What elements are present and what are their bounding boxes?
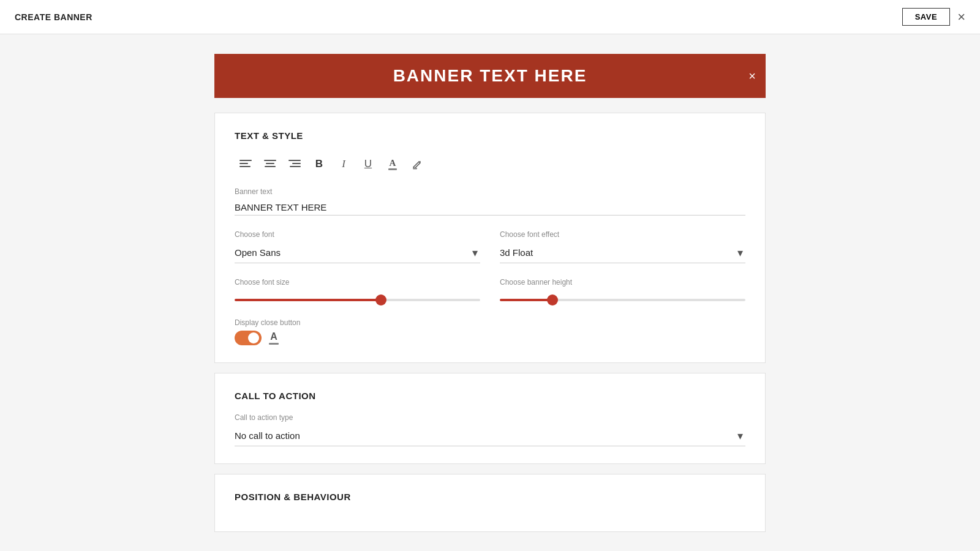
svg-rect-9 (413, 168, 417, 170)
banner-preview-close[interactable]: × (748, 69, 756, 83)
display-close-section: Display close button A (235, 318, 745, 345)
save-button[interactable]: SAVE (902, 8, 950, 26)
svg-rect-8 (290, 166, 301, 167)
banner-text-field: Banner text (235, 187, 745, 230)
text-style-card: TEXT & STYLE (214, 113, 766, 363)
align-right-icon (288, 159, 301, 169)
highlight-icon (412, 159, 423, 170)
close-button-toggle[interactable] (235, 331, 262, 345)
svg-rect-1 (239, 163, 248, 164)
cta-card: CALL TO ACTION Call to action type No ca… (214, 373, 766, 464)
banner-height-label: Choose banner height (500, 278, 745, 287)
italic-button[interactable]: I (333, 153, 355, 175)
banner-text-input[interactable] (235, 200, 745, 216)
banner-height-slider[interactable] (500, 299, 745, 301)
header-actions: SAVE × (902, 8, 965, 26)
svg-rect-6 (288, 160, 301, 161)
svg-rect-0 (239, 160, 252, 161)
text-style-title: TEXT & STYLE (235, 130, 745, 141)
font-size-slider[interactable] (235, 299, 480, 301)
toggle-row: A (235, 331, 745, 345)
font-a-letter: A (270, 332, 277, 342)
svg-rect-2 (239, 166, 251, 167)
font-a-bar (269, 343, 279, 345)
banner-text-label: Banner text (235, 187, 745, 196)
choose-font-label: Choose font (235, 230, 480, 239)
svg-rect-5 (265, 166, 276, 167)
font-size-label: Choose font size (235, 278, 480, 287)
font-color-icon: A (390, 159, 396, 168)
close-button[interactable]: × (957, 10, 965, 24)
slider-row: Choose font size Choose banner height (235, 278, 745, 304)
banner-preview-text: BANNER TEXT HERE (393, 66, 587, 86)
display-close-label: Display close button (235, 318, 745, 327)
toggle-knob (248, 332, 259, 343)
underline-button[interactable]: U (357, 153, 379, 175)
svg-rect-4 (266, 163, 274, 164)
cta-type-field: Call to action type No call to action Bu… (235, 413, 745, 446)
font-color-button[interactable]: A (382, 153, 404, 175)
text-style-toolbar: B I U A (235, 153, 745, 175)
choose-font-effect-col: Choose font effect 3d Float None Shadow … (500, 230, 745, 263)
cta-type-select[interactable]: No call to action Button Link Form (235, 425, 745, 446)
align-left-icon (239, 159, 252, 169)
bold-button[interactable]: B (308, 153, 330, 175)
font-color-bar (388, 168, 397, 170)
highlight-color-button[interactable] (406, 153, 428, 175)
banner-preview: BANNER TEXT HERE × (214, 54, 766, 98)
page-title: CREATE BANNER (15, 12, 92, 22)
choose-font-effect-select-wrapper: 3d Float None Shadow Glow ▾ (500, 242, 745, 263)
svg-rect-3 (264, 160, 276, 161)
font-row: Choose font Open Sans Arial Georgia Robo… (235, 230, 745, 263)
align-right-button[interactable] (284, 153, 306, 175)
header: CREATE BANNER SAVE × (0, 0, 980, 34)
choose-font-select[interactable]: Open Sans Arial Georgia Roboto Times New… (235, 242, 480, 263)
choose-font-select-wrapper: Open Sans Arial Georgia Roboto Times New… (235, 242, 480, 263)
banner-height-col: Choose banner height (500, 278, 745, 304)
choose-font-effect-label: Choose font effect (500, 230, 745, 239)
font-a-icon[interactable]: A (269, 332, 279, 345)
choose-font-effect-select[interactable]: 3d Float None Shadow Glow (500, 242, 745, 263)
cta-type-select-wrapper: No call to action Button Link Form ▾ (235, 425, 745, 446)
cta-title: CALL TO ACTION (235, 391, 745, 401)
position-title: POSITION & BEHAVIOUR (235, 492, 745, 502)
position-card: POSITION & BEHAVIOUR (214, 474, 766, 532)
main-content: BANNER TEXT HERE × TEXT & STYLE (0, 34, 980, 551)
toggle-slider (235, 331, 262, 345)
choose-font-col: Choose font Open Sans Arial Georgia Robo… (235, 230, 480, 263)
svg-rect-7 (292, 163, 301, 164)
align-center-icon (264, 159, 276, 169)
cta-type-label: Call to action type (235, 413, 745, 422)
align-center-button[interactable] (259, 153, 281, 175)
align-left-button[interactable] (235, 153, 257, 175)
font-size-col: Choose font size (235, 278, 480, 304)
